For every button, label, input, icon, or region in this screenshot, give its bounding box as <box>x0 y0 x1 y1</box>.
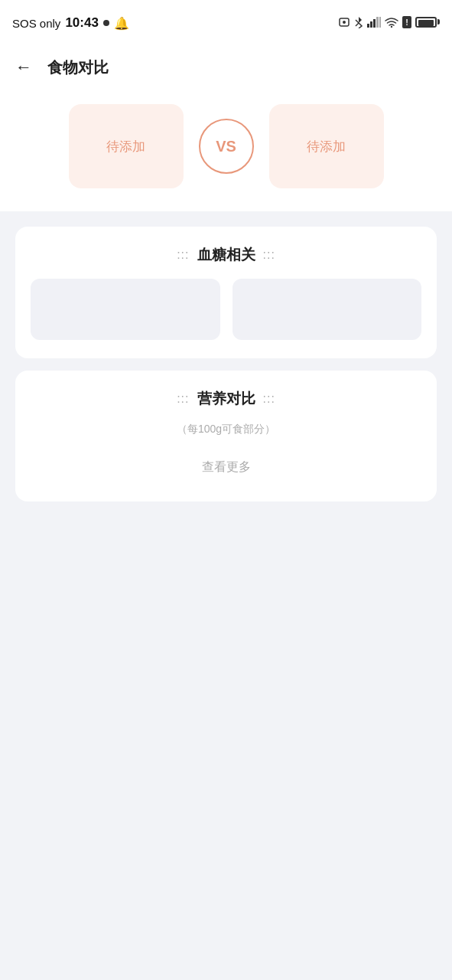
blood-sugar-dots-right: ::: <box>263 248 275 262</box>
bell-icon: 🔔 <box>114 16 129 31</box>
nutrition-dots-right: ::: <box>263 392 275 406</box>
alert-icon: ! <box>402 16 411 31</box>
sos-label: SOS only <box>12 17 60 30</box>
status-right: ! <box>338 16 440 31</box>
status-bar: SOS only 10:43 🔔 <box>0 0 452 46</box>
nutrition-subtitle: （每100g可食部分） <box>31 423 421 436</box>
svg-rect-6 <box>373 19 376 28</box>
main-content: ::: 血糖相关 ::: ::: 营养对比 ::: （每100g可食部分） 查看… <box>0 211 452 501</box>
view-more-button[interactable]: 查看更多 <box>31 452 421 483</box>
page-background <box>0 514 452 897</box>
status-dot-icon <box>103 20 109 26</box>
page-title: 食物对比 <box>47 57 109 78</box>
nutrition-title-row: ::: 营养对比 ::: <box>31 389 421 409</box>
right-food-placeholder[interactable]: 待添加 <box>269 104 384 188</box>
battery-icon <box>415 17 440 30</box>
svg-point-9 <box>391 25 392 27</box>
blood-sugar-title-row: ::: 血糖相关 ::: <box>31 245 421 265</box>
status-time: 10:43 <box>65 15 98 31</box>
svg-rect-4 <box>367 24 369 28</box>
blood-sugar-placeholder-right <box>233 279 422 340</box>
svg-line-3 <box>356 23 359 26</box>
vs-circle: VS <box>199 119 254 174</box>
nutrition-card: ::: 营养对比 ::: （每100g可食部分） 查看更多 <box>15 371 437 501</box>
left-food-label: 待添加 <box>106 138 145 155</box>
top-nav: ← 食物对比 <box>0 46 452 89</box>
status-left: SOS only 10:43 🔔 <box>12 15 129 31</box>
nfc-icon <box>338 16 350 31</box>
blood-sugar-card: ::: 血糖相关 ::: <box>15 227 437 358</box>
svg-point-1 <box>343 21 346 24</box>
bluetooth-icon <box>354 16 363 31</box>
svg-text:!: ! <box>405 18 408 27</box>
back-button[interactable]: ← <box>15 59 32 76</box>
signal-icon <box>367 17 381 30</box>
svg-rect-5 <box>370 21 372 28</box>
svg-line-2 <box>356 20 359 23</box>
blood-sugar-title: 血糖相关 <box>197 245 255 265</box>
svg-rect-8 <box>379 17 381 28</box>
vs-section: 待添加 VS 待添加 <box>0 89 452 211</box>
nutrition-title: 营养对比 <box>197 389 255 409</box>
nutrition-dots-left: ::: <box>177 392 189 406</box>
blood-sugar-dots-left: ::: <box>177 248 189 262</box>
right-food-label: 待添加 <box>307 138 346 155</box>
svg-rect-7 <box>376 17 379 28</box>
wifi-icon <box>385 17 398 30</box>
blood-sugar-placeholder-left <box>31 279 220 340</box>
blood-sugar-row <box>31 279 421 340</box>
left-food-placeholder[interactable]: 待添加 <box>69 104 184 188</box>
vs-text: VS <box>216 138 236 155</box>
